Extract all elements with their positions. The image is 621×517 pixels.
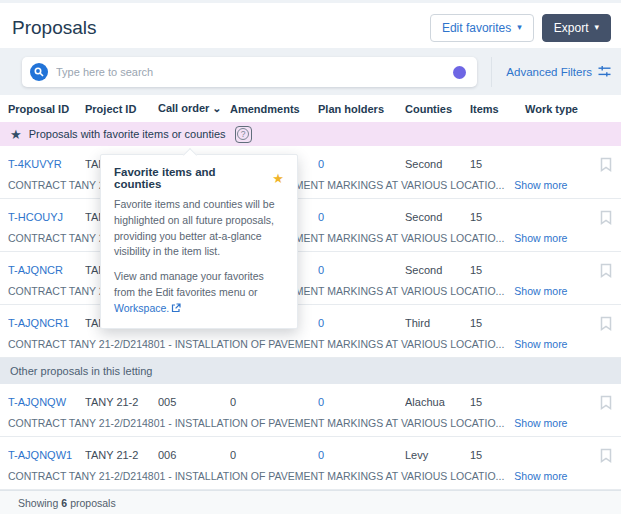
table-column-headers: Proposal ID Project ID Call order⌄ Amend… (0, 95, 621, 122)
table-row: T-AJQNQW TANY 21-2 005 0 0 Alachua 15 CO… (0, 384, 621, 437)
column-header-call-order-label: Call order (158, 102, 209, 114)
external-link-icon (171, 303, 181, 313)
show-more-link[interactable]: Show more (514, 338, 567, 350)
tooltip-body2: View and manage your favorites from the … (114, 269, 284, 316)
search-band: Advanced Filters (0, 48, 621, 95)
workspace-link[interactable]: Workspace. (114, 302, 169, 314)
county: Levy (405, 449, 470, 461)
page-title: Proposals (12, 17, 97, 39)
chevron-down-icon: ▾ (594, 23, 599, 32)
county: Second (405, 264, 470, 276)
footer-prefix: Showing (18, 497, 58, 509)
column-header-plan-holders[interactable]: Plan holders (318, 103, 405, 115)
chevron-down-icon: ▾ (517, 23, 522, 32)
county: Third (405, 317, 470, 329)
items-count: 15 (470, 396, 525, 408)
plan-holders-link[interactable]: 0 (318, 211, 405, 223)
show-more-link[interactable]: Show more (514, 232, 567, 244)
section-header-label: Other proposals in this letting (10, 365, 152, 377)
question-mark-icon: ? (237, 128, 249, 140)
table-row: T-HCOUYJ TANY 21-2 0 Second 15 CONTRACT … (0, 199, 621, 252)
amendments: 0 (230, 449, 318, 461)
footer-suffix: proposals (70, 497, 116, 509)
plan-holders-link[interactable]: 0 (318, 158, 405, 170)
bookmark-icon[interactable] (600, 263, 621, 278)
page-header: Proposals Edit favorites ▾ Export ▾ (0, 3, 621, 48)
project-id: TANY 21-2 (85, 449, 158, 461)
bookmark-icon[interactable] (600, 448, 621, 463)
show-more-link[interactable]: Show more (514, 285, 567, 297)
column-header-work-type[interactable]: Work type (525, 103, 587, 115)
county: Second (405, 158, 470, 170)
search-wrap (22, 57, 477, 87)
proposal-id-link[interactable]: T-HCOUYJ (8, 211, 85, 223)
export-label: Export (554, 21, 589, 35)
bookmark-icon[interactable] (600, 395, 621, 410)
items-count: 15 (470, 158, 525, 170)
search-icon (30, 63, 48, 81)
column-header-call-order[interactable]: Call order⌄ (158, 102, 230, 115)
proposal-id-link[interactable]: T-AJQNCR (8, 264, 85, 276)
export-button[interactable]: Export ▾ (542, 14, 611, 42)
plan-holders-link[interactable]: 0 (318, 449, 405, 461)
items-count: 15 (470, 449, 525, 461)
project-id: TANY 21-2 (85, 396, 158, 408)
county: Alachua (405, 396, 470, 408)
proposal-id-link[interactable]: T-AJQNQW (8, 396, 85, 408)
table-row: T-AJQNQW1 TANY 21-2 006 0 0 Levy 15 CONT… (0, 437, 621, 490)
items-count: 15 (470, 317, 525, 329)
search-input[interactable] (22, 57, 477, 87)
tooltip-body: Favorite items and counties will be high… (114, 197, 284, 260)
star-icon: ★ (10, 128, 22, 141)
proposal-description: CONTRACT TANY 21-2/D214801 - INSTALLATIO… (8, 338, 504, 350)
proposal-id-link[interactable]: T-AJQNQW1 (8, 449, 85, 461)
column-header-project-id[interactable]: Project ID (85, 103, 158, 115)
column-header-counties[interactable]: Counties (405, 103, 470, 115)
plan-holders-link[interactable]: 0 (318, 317, 405, 329)
tooltip-title: Favorite items and counties (114, 166, 265, 190)
column-header-amendments[interactable]: Amendments (230, 103, 318, 115)
table-row: T-4KUVYR TANY 21-2 0 Second 15 CONTRACT … (0, 146, 621, 199)
footer-count: 6 (61, 497, 67, 509)
favorites-tooltip: Favorite items and counties ★ Favorite i… (100, 154, 298, 329)
amendments: 0 (230, 396, 318, 408)
proposal-id-link[interactable]: T-4KUVYR (8, 158, 85, 170)
sort-caret-icon: ⌄ (212, 102, 221, 114)
edit-favorites-label: Edit favorites (442, 21, 511, 35)
favorites-banner: ★ Proposals with favorite items or count… (0, 122, 621, 146)
advanced-filters-label: Advanced Filters (506, 66, 592, 78)
tooltip-body2-text: View and manage your favorites from the … (114, 270, 264, 298)
plan-holders-link[interactable]: 0 (318, 264, 405, 276)
call-order: 005 (158, 396, 230, 408)
proposal-id-link[interactable]: T-AJQNCR1 (8, 317, 85, 329)
section-header-other-proposals: Other proposals in this letting (0, 358, 621, 384)
bookmark-icon[interactable] (600, 210, 621, 225)
items-count: 15 (470, 264, 525, 276)
column-header-items[interactable]: Items (470, 103, 525, 115)
items-count: 15 (470, 211, 525, 223)
proposal-description: CONTRACT TANY 21-2/D214801 - INSTALLATIO… (8, 417, 504, 429)
filters-sliders-icon (598, 65, 611, 78)
bookmark-icon[interactable] (600, 157, 621, 172)
bookmark-icon[interactable] (600, 316, 621, 331)
plan-holders-link[interactable]: 0 (318, 396, 405, 408)
show-more-link[interactable]: Show more (514, 470, 567, 482)
favorites-banner-label: Proposals with favorite items or countie… (29, 128, 226, 140)
show-more-link[interactable]: Show more (514, 179, 567, 191)
table-footer: Showing 6 proposals (0, 490, 621, 514)
show-more-link[interactable]: Show more (514, 417, 567, 429)
edit-favorites-button[interactable]: Edit favorites ▾ (430, 14, 534, 42)
advanced-filters-button[interactable]: Advanced Filters (491, 57, 611, 87)
search-status-dot (453, 66, 466, 79)
table-row: T-AJQNCR TANY 21-2 003 0 0 Second 15 CON… (0, 252, 621, 305)
header-buttons: Edit favorites ▾ Export ▾ (430, 14, 611, 42)
column-header-proposal-id[interactable]: Proposal ID (8, 103, 85, 115)
star-icon: ★ (272, 172, 284, 185)
help-icon[interactable]: ? (235, 126, 252, 143)
call-order: 006 (158, 449, 230, 461)
table-row: T-AJQNCR1 TANY 21-2 004 0 0 Third 15 CON… (0, 305, 621, 358)
proposal-description: CONTRACT TANY 21-2/D214801 - INSTALLATIO… (8, 470, 504, 482)
county: Second (405, 211, 470, 223)
